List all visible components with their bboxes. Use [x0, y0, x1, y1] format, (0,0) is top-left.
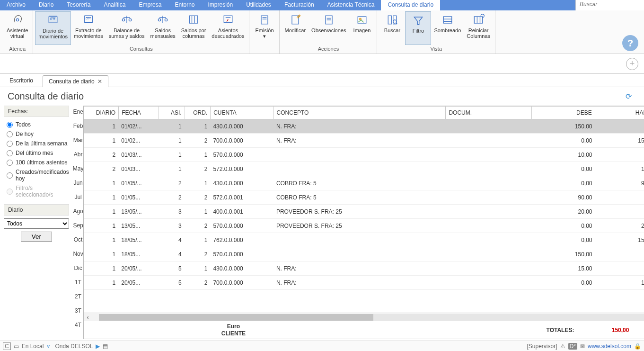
table-row[interactable]: 113/05/...31400.0.0.001PROVEEDOR S. FRA:… [84, 205, 644, 219]
table-row[interactable]: 101/05/...21430.0.0.000COBRO FRA: 50,009… [84, 176, 644, 190]
search-box[interactable] [575, 0, 644, 10]
col-haber[interactable]: HABER [595, 107, 644, 119]
ribbon-reiniciar-columnas[interactable]: ReiniciarColumnas [464, 11, 493, 45]
period-feb[interactable]: Feb [73, 119, 84, 133]
table-row[interactable]: 113/05...32570.0.0.000PROVEEDOR S. FRA: … [84, 219, 644, 233]
search-input[interactable] [580, 1, 640, 8]
table-row[interactable]: 201/03/...11570.0.0.00010,000,00 [84, 148, 644, 162]
period-mar[interactable]: Mar [73, 133, 84, 147]
period-nov[interactable]: Nov [73, 247, 84, 261]
ribbon-modificar[interactable]: Modificar [282, 11, 309, 45]
ribbon-buscar[interactable]: Buscar [379, 11, 405, 45]
status-c-icon[interactable]: C [3, 342, 11, 350]
menu-asistencia-técnica[interactable]: Asistencia Técnica [321, 0, 381, 10]
diario-select[interactable]: Todos [4, 218, 69, 229]
status-mail-icon[interactable]: ✉ [580, 343, 585, 350]
period-dic[interactable]: Dic [73, 261, 84, 275]
status-url[interactable]: www.sdelsol.com [588, 343, 631, 350]
tab-consulta-de-diario[interactable]: Consulta de diario✕ [43, 75, 108, 87]
status-news-icon[interactable]: ▤ [103, 343, 108, 350]
cell: 430.0.0.000 [210, 261, 273, 276]
filter-option-2[interactable]: De la última semana [7, 139, 69, 148]
ribbon-imagen[interactable]: Imagen [349, 11, 375, 45]
status-play-icon[interactable]: ▶ [96, 343, 100, 350]
menu-facturación[interactable]: Facturación [278, 0, 321, 10]
period-1t[interactable]: 1T [73, 275, 84, 289]
table-row[interactable]: 101/02...12700.0.0.000N. FRA:0,00150,00 [84, 134, 644, 148]
period-4t[interactable]: 4T [73, 318, 84, 332]
status-warning-icon[interactable]: ⚠ [560, 343, 565, 350]
period-2t[interactable]: 2T [73, 289, 84, 304]
ribbon-saldos-mensuales[interactable]: Saldosmensuales [148, 11, 178, 45]
period-ago[interactable]: Ago [73, 204, 84, 218]
ribbon-extracto-movimientos[interactable]: D HExtracto demovimientos [71, 11, 106, 45]
ribbon-asientos-descuadrados[interactable]: ✗Asientosdescuadrados [209, 11, 247, 45]
col-cuenta[interactable]: CUENTA [211, 107, 273, 119]
ribbon-asistente-virtual[interactable]: Asistentevirtual [4, 11, 31, 45]
filter-option-1[interactable]: De hoy [7, 129, 69, 139]
table-row[interactable]: 101/02/...11430.0.0.000N. FRA:150,000,00 [84, 119, 644, 134]
ribbon-emision[interactable]: Emisión▾ [251, 11, 277, 45]
menu-archivo[interactable]: Archivo [0, 0, 32, 10]
table-row[interactable]: 120/05/...51430.0.0.000N. FRA:15,000,00 [84, 261, 644, 276]
menu-utilidades[interactable]: Utilidades [239, 0, 278, 10]
scroll-left-icon[interactable]: ‹ [84, 314, 91, 321]
col-debe[interactable]: DEBE [532, 107, 595, 119]
table-row[interactable]: 118/05...42570.0.0.000150,000,00 [84, 247, 644, 261]
col-diario[interactable]: DIARIO [84, 107, 119, 119]
status-signal-icon[interactable]: ᯤ [46, 343, 52, 350]
tab-close-icon[interactable]: ✕ [97, 78, 102, 85]
col-concepto[interactable]: CONCEPTO [273, 107, 446, 119]
col-fecha[interactable]: FECHA [119, 107, 159, 119]
period-jul[interactable]: Jul [73, 190, 84, 204]
filter-radio[interactable] [7, 131, 13, 137]
period-may[interactable]: May [73, 162, 84, 176]
cell: 0,00 [532, 162, 595, 176]
filter-radio[interactable] [7, 160, 13, 166]
menu-analítica[interactable]: Analítica [97, 0, 132, 10]
filter-option-5[interactable]: Creados/modificados hoy [7, 167, 69, 183]
menu-tesorería[interactable]: Tesorería [60, 0, 97, 10]
tab-escritorio[interactable]: Escritorio [4, 75, 39, 87]
col-ord[interactable]: ORD. [185, 107, 211, 119]
filter-option-0[interactable]: Todos [7, 120, 69, 129]
ver-button[interactable]: Ver [21, 232, 52, 242]
cell: 1 [84, 190, 118, 205]
period-oct[interactable]: Oct [73, 233, 84, 247]
ribbon-observaciones[interactable]: Observaciones [309, 11, 349, 45]
ribbon-sombreado[interactable]: Sombreado [431, 11, 464, 45]
status-screen-icon[interactable]: ▭ [14, 343, 19, 350]
col-docum[interactable]: DOCUM. [446, 107, 532, 119]
horizontal-scrollbar[interactable]: ‹ › [84, 313, 644, 321]
menu-consulta-de-diario[interactable]: Consulta de diario [381, 0, 440, 10]
help-icon[interactable]: ? [622, 35, 638, 51]
period-ene[interactable]: Ene [73, 105, 84, 119]
status-lock-icon[interactable]: 🔒 [634, 343, 641, 350]
period-abr[interactable]: Abr [73, 147, 84, 162]
menu-diario[interactable]: Diario [32, 0, 60, 10]
table-row[interactable]: 120/05...52700.0.0.000N. FRA:0,0015,00 [84, 276, 644, 290]
col-asi[interactable]: ASI. [159, 107, 185, 119]
filter-radio[interactable] [7, 172, 13, 179]
status-d-icon[interactable]: D° [568, 343, 577, 350]
period-jun[interactable]: Jun [73, 176, 84, 190]
ribbon-balance-sumas-saldos[interactable]: Balance desumas y saldos [106, 11, 148, 45]
filter-radio[interactable] [7, 141, 13, 147]
ribbon-diario-movimientos[interactable]: D HDiario demovimientos [35, 11, 71, 45]
menu-empresa[interactable]: Empresa [132, 0, 168, 10]
table-row[interactable]: 201/03...12572.0.0.0000,0010,00 [84, 162, 644, 176]
menu-impresión[interactable]: Impresión [201, 0, 239, 10]
filter-radio[interactable] [7, 150, 13, 156]
add-button[interactable]: + [626, 58, 638, 70]
menu-entorno[interactable]: Entorno [168, 0, 201, 10]
refresh-icon[interactable]: ⟳ [626, 92, 636, 101]
filter-option-3[interactable]: Del último mes [7, 148, 69, 158]
table-row[interactable]: 101/05...22572.0.0.001COBRO FRA: 590,000… [84, 190, 644, 205]
ribbon-filtro[interactable]: Filtro [405, 11, 431, 45]
filter-option-4[interactable]: 100 últimos asientos [7, 158, 69, 167]
period-3t[interactable]: 3T [73, 304, 84, 318]
table-row[interactable]: 118/05/...41762.0.0.0000,00150,00 [84, 233, 644, 247]
ribbon-saldos-columnas[interactable]: Saldos porcolumnas [178, 11, 209, 45]
period-sep[interactable]: Sep [73, 218, 84, 233]
filter-radio[interactable] [7, 122, 13, 128]
